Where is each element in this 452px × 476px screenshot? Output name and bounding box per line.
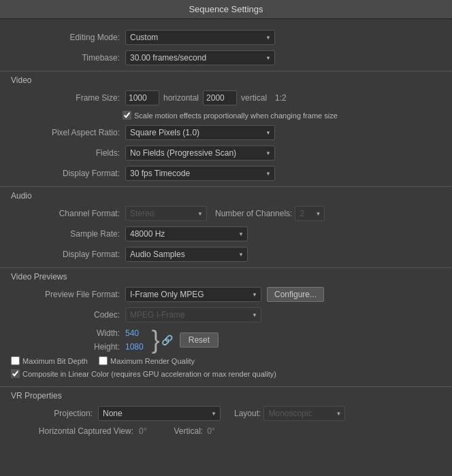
fields-row: Fields: No Fields (Progressive Scan) (0, 144, 452, 162)
timebase-select[interactable]: 30.00 frames/second (125, 50, 275, 65)
channel-format-label: Channel Format: (11, 209, 120, 218)
vr-horizontal-row: Horizontal Captured View: 0° Vertical: 0… (0, 425, 452, 437)
fields-select[interactable]: No Fields (Progressive Scan) (125, 146, 275, 160)
projection-select[interactable]: None (98, 406, 221, 421)
width-row: Width: 540 (11, 328, 144, 338)
audio-display-format-label: Display Format: (11, 250, 120, 259)
bracket-group: } 🔗 (152, 328, 173, 352)
height-row: Height: 1080 (11, 342, 144, 352)
sample-rate-row: Sample Rate: 48000 Hz (0, 225, 452, 243)
settings-content: Editing Mode: Custom Timebase: 30.00 fra… (0, 19, 452, 447)
horizontal-view-label: Horizontal Captured View: (11, 426, 133, 436)
title-bar: Sequence Settings (0, 0, 452, 19)
codec-row: Codec: MPEG I-Frame (0, 306, 452, 324)
height-label: Height: (11, 342, 120, 352)
bracket-icon: } (152, 328, 160, 352)
channel-format-row: Channel Format: Stereo Number of Channel… (0, 205, 452, 222)
channel-format-select-wrapper[interactable]: Stereo (125, 206, 207, 221)
preview-file-format-select-wrapper[interactable]: I-Frame Only MPEG (125, 287, 261, 302)
preview-file-format-label: Preview File Format: (11, 290, 120, 299)
width-height-inputs: Width: 540 Height: 1080 (11, 328, 144, 352)
num-channels-select[interactable]: 2 (295, 206, 325, 221)
audio-display-format-row: Display Format: Audio Samples (0, 245, 452, 263)
scale-checkbox-label[interactable]: Scale motion effects proportionally when… (123, 111, 338, 120)
pixel-aspect-select-wrapper[interactable]: Square Pixels (1.0) (125, 125, 275, 140)
pixel-aspect-label: Pixel Aspect Ratio: (11, 128, 120, 137)
num-channels-select-wrapper[interactable]: 2 (295, 206, 325, 221)
frame-ratio: 1:2 (275, 93, 287, 103)
fields-label: Fields: (11, 148, 120, 158)
sample-rate-select[interactable]: 48000 Hz (125, 226, 248, 241)
frame-size-v-input[interactable] (203, 90, 237, 105)
video-previews-section-header: Video Previews (0, 267, 452, 283)
codec-label: Codec: (11, 310, 120, 320)
frame-size-row: Frame Size: horizontal vertical 1:2 (0, 89, 452, 107)
preview-file-format-row: Preview File Format: I-Frame Only MPEG C… (0, 286, 452, 303)
layout-label: Layout: (234, 409, 261, 418)
width-height-container: Width: 540 Height: 1080 } 🔗 Reset (0, 326, 452, 354)
editing-mode-row: Editing Mode: Custom (0, 29, 452, 46)
vertical-value-vr: 0° (207, 426, 214, 436)
video-display-format-select-wrapper[interactable]: 30 fps Timecode (125, 166, 275, 181)
video-display-format-label: Display Format: (11, 169, 120, 178)
audio-display-format-select-wrapper[interactable]: Audio Samples (125, 247, 248, 262)
timebase-select-wrapper[interactable]: 30.00 frames/second (125, 50, 275, 65)
frame-size-label: Frame Size: (11, 93, 120, 103)
vr-section-header: VR Properties (0, 386, 452, 402)
layout-select[interactable]: Monoscopic (263, 406, 345, 421)
frame-size-h-input[interactable] (125, 90, 159, 105)
link-icon: 🔗 (161, 335, 173, 345)
max-bit-depth-label[interactable]: Maximum Bit Depth (11, 356, 88, 365)
horizontal-label: horizontal (163, 93, 199, 103)
codec-select[interactable]: MPEG I-Frame (125, 307, 261, 322)
editing-mode-select-wrapper[interactable]: Custom (125, 30, 275, 45)
projection-select-wrapper[interactable]: None (98, 406, 221, 421)
width-value: 540 (125, 328, 139, 338)
channel-format-select[interactable]: Stereo (125, 206, 207, 221)
horizontal-view-value: 0° (139, 426, 146, 436)
bottom-checkboxes: Maximum Bit Depth Maximum Render Quality (0, 354, 452, 368)
vr-projection-row: Projection: None Layout: Monoscopic (0, 405, 452, 422)
reset-button[interactable]: Reset (180, 333, 219, 347)
dialog-title: Sequence Settings (189, 4, 263, 14)
pixel-aspect-row: Pixel Aspect Ratio: Square Pixels (1.0) (0, 124, 452, 141)
audio-section-header: Audio (0, 186, 452, 202)
video-section-header: Video (0, 71, 452, 86)
width-label: Width: (11, 328, 120, 338)
height-value: 1080 (125, 342, 144, 352)
scale-checkbox[interactable] (123, 111, 131, 120)
max-bit-depth-checkbox[interactable] (11, 356, 20, 365)
layout-select-wrapper[interactable]: Monoscopic (263, 406, 345, 421)
fields-select-wrapper[interactable]: No Fields (Progressive Scan) (125, 146, 275, 160)
editing-mode-select[interactable]: Custom (125, 30, 275, 45)
composite-row: Composite in Linear Color (requires GPU … (0, 368, 452, 379)
audio-display-format-select[interactable]: Audio Samples (125, 247, 248, 262)
num-channels-label: Number of Channels: (215, 209, 292, 218)
max-render-quality-label[interactable]: Maximum Render Quality (99, 356, 195, 365)
editing-mode-label: Editing Mode: (11, 33, 120, 42)
preview-file-format-select[interactable]: I-Frame Only MPEG (125, 287, 261, 302)
timebase-row: Timebase: 30.00 frames/second (0, 49, 452, 67)
composite-label[interactable]: Composite in Linear Color (requires GPU … (11, 369, 441, 378)
sample-rate-label: Sample Rate: (11, 229, 120, 239)
scale-row: Scale motion effects proportionally when… (0, 109, 452, 121)
video-display-format-row: Display Format: 30 fps Timecode (0, 165, 452, 182)
sample-rate-select-wrapper[interactable]: 48000 Hz (125, 226, 248, 241)
composite-checkbox[interactable] (11, 369, 20, 378)
codec-select-wrapper[interactable]: MPEG I-Frame (125, 307, 261, 322)
projection-label: Projection: (11, 409, 93, 418)
vertical-label-vr: Vertical: (174, 426, 203, 436)
vertical-label: vertical (241, 93, 267, 103)
max-render-quality-checkbox[interactable] (99, 356, 108, 365)
configure-button[interactable]: Configure... (267, 287, 324, 302)
video-display-format-select[interactable]: 30 fps Timecode (125, 166, 275, 181)
pixel-aspect-select[interactable]: Square Pixels (1.0) (125, 125, 275, 140)
timebase-label: Timebase: (11, 53, 120, 63)
